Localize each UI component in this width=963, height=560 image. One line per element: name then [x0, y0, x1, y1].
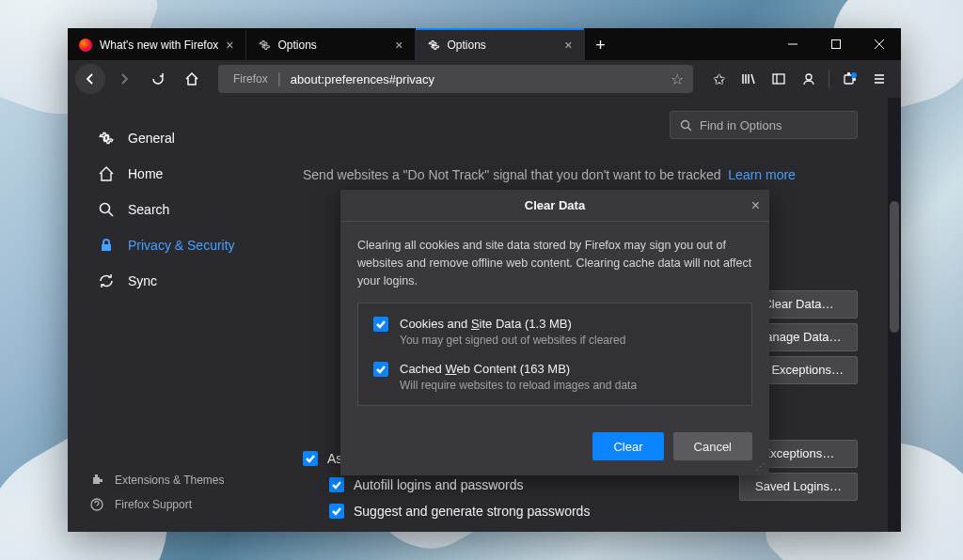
- sidebar-label: Home: [128, 166, 163, 181]
- cancel-button[interactable]: Cancel: [673, 432, 752, 460]
- checkbox-checked-icon[interactable]: [303, 451, 318, 466]
- titlebar: What's new with Firefox × Options × Opti…: [68, 28, 901, 60]
- scrollbar[interactable]: [888, 98, 901, 532]
- reload-button[interactable]: [143, 64, 173, 94]
- svg-rect-9: [853, 78, 856, 81]
- clear-data-dialog: Clear Data × Clearing all cookies and si…: [340, 190, 769, 475]
- window-controls: [771, 28, 901, 60]
- sidebar-item-sync[interactable]: Sync: [90, 263, 275, 299]
- tab-options-1[interactable]: Options ×: [246, 30, 416, 60]
- tab-title: Options: [448, 39, 486, 52]
- bookmark-star-icon[interactable]: ☆: [671, 70, 684, 88]
- tab-title: What's new with Firefox: [100, 39, 218, 52]
- new-tab-button[interactable]: +: [585, 30, 617, 60]
- close-icon[interactable]: ×: [564, 38, 572, 53]
- close-icon[interactable]: ×: [751, 197, 760, 214]
- dialog-header: Clear Data ×: [340, 190, 769, 222]
- check-label: Suggest and generate strong passwords: [354, 504, 590, 519]
- svg-rect-8: [847, 72, 850, 75]
- learn-more-link[interactable]: Learn more: [728, 167, 796, 182]
- sidebar-item-search[interactable]: Search: [90, 192, 275, 227]
- svg-point-16: [91, 499, 103, 510]
- saved-logins-button[interactable]: Saved Logins…: [739, 473, 858, 501]
- gear-icon: [427, 39, 440, 52]
- sidebar-label: Search: [128, 202, 169, 217]
- minimize-button[interactable]: [771, 28, 814, 60]
- checkbox-checked-icon[interactable]: [373, 317, 388, 332]
- sidebar-label: Privacy & Security: [128, 238, 235, 253]
- svg-point-17: [682, 120, 689, 128]
- extensions-button[interactable]: [835, 65, 863, 93]
- svg-rect-1: [832, 40, 841, 49]
- checkbox-checked-icon[interactable]: [373, 362, 388, 377]
- sidebar-item-privacy[interactable]: Privacy & Security: [90, 227, 275, 263]
- checkbox-checked-icon[interactable]: [329, 477, 344, 492]
- dialog-options: Cookies and Site Data (1.3 MB) You may g…: [357, 303, 752, 406]
- svg-line-18: [688, 127, 692, 131]
- close-icon[interactable]: ×: [226, 38, 233, 53]
- cache-option-row[interactable]: Cached Web Content (163 MB) Will require…: [373, 362, 736, 392]
- nav-toolbar: Firefox | about:preferences#privacy ☆ ✩: [68, 60, 901, 98]
- library-button[interactable]: [734, 65, 763, 93]
- cache-option-sublabel: Will require websites to reload images a…: [400, 379, 736, 392]
- forward-button[interactable]: [109, 64, 139, 94]
- dialog-title: Clear Data: [525, 198, 585, 212]
- preferences-sidebar: General Home Search Privacy & Security S…: [68, 98, 275, 532]
- tab-whatsnew[interactable]: What's new with Firefox ×: [68, 30, 246, 60]
- footer-label: Extensions & Themes: [115, 474, 225, 487]
- content-area: General Home Search Privacy & Security S…: [68, 98, 901, 532]
- cookies-option-row[interactable]: Cookies and Site Data (1.3 MB) You may g…: [373, 317, 736, 347]
- check-label: Autofill logins and passwords: [354, 477, 524, 492]
- suggest-passwords-row[interactable]: Suggest and generate strong passwords: [303, 498, 873, 524]
- identity-box[interactable]: Firefox: [228, 72, 268, 86]
- firefox-icon: [79, 39, 92, 52]
- search-placeholder: Find in Options: [700, 118, 781, 132]
- home-button[interactable]: [177, 64, 207, 94]
- dialog-description: Clearing all cookies and site data store…: [357, 237, 752, 289]
- checkbox-checked-icon[interactable]: [329, 504, 344, 519]
- gear-icon: [258, 39, 271, 52]
- firefox-window: What's new with Firefox × Options × Opti…: [68, 28, 901, 532]
- resize-grip-icon[interactable]: ⋰: [755, 461, 766, 474]
- svg-line-15: [109, 212, 114, 217]
- sidebar-footer-extensions[interactable]: Extensions & Themes: [90, 468, 225, 492]
- sidebar-label: General: [128, 131, 175, 146]
- sidebar-button[interactable]: [765, 65, 793, 93]
- tab-title: Options: [278, 39, 317, 52]
- url-text: about:preferences#privacy: [291, 72, 661, 86]
- account-button[interactable]: [795, 65, 823, 93]
- dnt-description: Send websites a "Do Not Track" signal th…: [303, 167, 873, 182]
- cache-option-label: Cached Web Content (163 MB): [400, 362, 736, 376]
- sidebar-footer-support[interactable]: Firefox Support: [90, 492, 225, 517]
- svg-rect-4: [773, 74, 784, 84]
- url-bar[interactable]: Firefox | about:preferences#privacy ☆: [218, 65, 693, 93]
- cookies-option-sublabel: You may get signed out of websites if cl…: [400, 334, 736, 347]
- scroll-thumb[interactable]: [890, 201, 899, 333]
- dialog-footer: Clear Cancel: [340, 421, 769, 475]
- clear-button[interactable]: Clear: [592, 432, 663, 460]
- cookies-option-label: Cookies and Site Data (1.3 MB): [400, 317, 736, 331]
- bookmarks-button[interactable]: ✩: [704, 65, 733, 93]
- sidebar-label: Sync: [128, 273, 157, 288]
- close-window-button[interactable]: [858, 28, 901, 60]
- sidebar-item-general[interactable]: General: [90, 120, 275, 156]
- close-icon[interactable]: ×: [395, 38, 403, 53]
- maximize-button[interactable]: [814, 28, 858, 60]
- svg-point-14: [101, 204, 110, 213]
- back-button[interactable]: [75, 64, 105, 94]
- footer-label: Firefox Support: [115, 498, 192, 511]
- app-menu-button[interactable]: [865, 65, 893, 93]
- tab-strip: What's new with Firefox × Options × Opti…: [68, 28, 771, 60]
- svg-point-6: [806, 74, 812, 80]
- tab-options-2[interactable]: Options ×: [416, 30, 585, 60]
- sidebar-item-home[interactable]: Home: [90, 156, 275, 192]
- find-in-options-input[interactable]: Find in Options: [670, 111, 858, 139]
- identity-label: Firefox: [233, 72, 268, 86]
